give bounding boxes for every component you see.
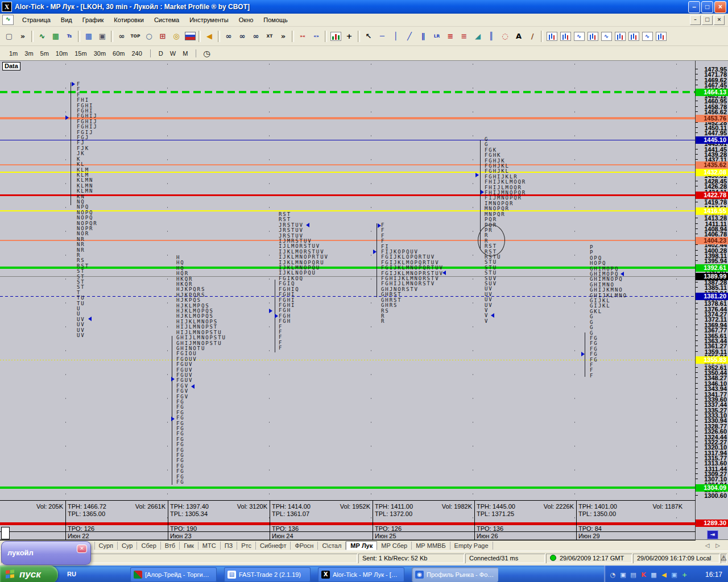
chart-type-profile-icon[interactable] — [654, 30, 668, 43]
tray-window-icon[interactable]: ▣ — [619, 571, 627, 579]
xt-news-icon[interactable]: XT — [263, 30, 276, 43]
mdi-close-button[interactable]: × — [714, 15, 725, 25]
chart-type-kagi-icon[interactable]: ∿ — [640, 30, 654, 43]
fib-levels-tool-icon[interactable]: ≡ — [457, 30, 471, 43]
market-watch-icon-2[interactable]: ∞ — [235, 30, 249, 43]
tray-network-icon[interactable]: ▤ — [629, 571, 638, 579]
pointer-tool-icon[interactable]: ↖ — [362, 30, 375, 43]
horizontal-line-tool-icon[interactable]: ─ — [375, 30, 389, 43]
timeframe-5m[interactable]: 5m — [37, 49, 52, 58]
menu-item-вид[interactable]: Вид — [56, 15, 77, 25]
popup-close-icon[interactable]: ✕ — [77, 544, 87, 553]
print-icon[interactable]: ▣ — [96, 30, 109, 43]
portfolio-tree-icon[interactable]: ⊞ — [156, 30, 169, 43]
tab-empty-page[interactable]: Empty Page — [450, 542, 493, 550]
taskbar-button-4[interactable]: ◉Профиль Рынка - Фо… — [412, 567, 498, 582]
tab-мр-лук[interactable]: МР Лук — [346, 541, 377, 550]
tray-volume-icon[interactable]: ◀ — [660, 571, 668, 579]
tab-мр-ммвб[interactable]: МР ММВБ — [412, 542, 450, 550]
menu-item-окно[interactable]: Окно — [234, 15, 259, 25]
timeframe-240[interactable]: 240 — [128, 49, 145, 58]
timeframe-15m[interactable]: 15m — [71, 49, 90, 58]
warning-icon[interactable]: ⚠ — [721, 554, 727, 563]
timeframe-D[interactable]: D — [155, 49, 167, 58]
close-button[interactable]: × — [714, 1, 726, 13]
tab-сбер[interactable]: Сбер — [137, 542, 160, 550]
top-list-icon[interactable]: TOP — [129, 30, 142, 43]
chart-type-line-icon[interactable]: ∿ — [572, 30, 586, 43]
timeframe-W[interactable]: W — [167, 49, 179, 58]
chart-type-renko-icon[interactable] — [627, 30, 640, 43]
tab-сибнефт[interactable]: Сибнефт — [256, 542, 291, 550]
search-icon[interactable]: ○ — [142, 30, 156, 43]
zoom-in-icon[interactable]: «» — [309, 30, 323, 43]
timeframe-30m[interactable]: 30m — [90, 49, 109, 58]
market-watch-icon-1[interactable]: ∞ — [222, 30, 235, 43]
fib-timezones-tool-icon[interactable]: ║ — [485, 30, 498, 43]
taskbar-button-1[interactable]: [Алор-Трейд - Торги… — [130, 567, 217, 582]
scroll-to-end-icon[interactable]: ⇥ — [707, 530, 718, 539]
tick-interval-clock-icon[interactable]: ◷ — [203, 49, 210, 58]
trend-line-tool-icon[interactable]: ╱ — [403, 30, 416, 43]
menu-item-система[interactable]: Система — [149, 15, 184, 25]
sound-alert-icon[interactable]: ◀ — [202, 30, 216, 43]
parallel-lines-tool-icon[interactable]: ∥ — [416, 30, 430, 43]
brush-tool-icon[interactable]: / — [526, 30, 539, 43]
new-page-icon[interactable]: ▢ — [2, 30, 16, 43]
tab-гмк[interactable]: Гмк — [180, 542, 198, 550]
language-indicator[interactable]: RU — [67, 571, 76, 577]
menu-item-график[interactable]: График — [77, 15, 109, 25]
menu-item-инструменты[interactable]: Инструменты — [184, 15, 234, 25]
tab-сурп[interactable]: Сурп — [95, 542, 118, 550]
tray-kaspersky-icon[interactable]: K — [639, 571, 648, 579]
flag-icon[interactable] — [183, 30, 197, 43]
tab-втб[interactable]: Втб — [161, 542, 180, 550]
crosshair-icon[interactable]: + — [342, 30, 356, 43]
data-table-icon[interactable]: ▦ — [82, 30, 96, 43]
tab-с-стал[interactable]: С\стал — [318, 542, 346, 550]
chart-type-xo-icon[interactable]: ∿ — [599, 30, 613, 43]
ellipse-annotation[interactable] — [478, 225, 505, 256]
taskbar-button-3[interactable]: XAlor-Tick - МР Лук - [… — [318, 567, 404, 582]
note-box[interactable] — [1, 527, 10, 539]
page-chart-icon[interactable]: ∿ — [2, 15, 14, 25]
tab-ртс[interactable]: Ртс — [237, 542, 256, 550]
tab-мтс[interactable]: МТС — [198, 542, 221, 550]
timeframe-1m[interactable]: 1m — [6, 49, 21, 58]
tray-shield-icon[interactable]: + — [680, 571, 689, 579]
menu-item-страница[interactable]: Страница — [17, 15, 56, 25]
regression-channel-tool-icon[interactable]: LR — [430, 30, 444, 43]
chart-type-step-icon[interactable] — [586, 30, 599, 43]
symbol-popup[interactable]: лукойл ✕ — [1, 541, 91, 565]
find-securities-icon[interactable]: ∞ — [115, 30, 129, 43]
new-chart-icon[interactable]: ∿ — [35, 30, 49, 43]
toolbar-overflow-2-icon[interactable]: » — [276, 30, 290, 43]
chart-type-candles-icon[interactable] — [559, 30, 572, 43]
vertical-line-tool-icon[interactable]: │ — [389, 30, 403, 43]
volume-histogram-icon[interactable] — [329, 30, 342, 43]
toolbar-overflow-icon[interactable]: » — [16, 30, 30, 43]
tray-app-icon[interactable]: ▦ — [650, 571, 658, 579]
tray-scheduler-icon[interactable]: ◔ — [609, 571, 617, 579]
tab-пз[interactable]: ПЗ — [221, 542, 238, 550]
mdi-restore-button[interactable]: □ — [702, 15, 713, 25]
taskbar-button-2[interactable]: ▤FAST-Trade 2 (2.1.19) — [224, 567, 311, 582]
tray-display-icon[interactable]: ▣ — [670, 571, 679, 579]
market-watch-icon-3[interactable]: ∞ — [249, 30, 263, 43]
tab-сур[interactable]: Сур — [118, 542, 137, 550]
tab-мр-сбер[interactable]: МР Сбер — [377, 542, 412, 550]
zoom-out-icon[interactable]: »« — [296, 30, 309, 43]
restore-button[interactable]: □ — [701, 1, 713, 13]
fib-retracement-tool-icon[interactable]: ≡ — [444, 30, 457, 43]
time-sales-icon[interactable]: Ts — [63, 30, 76, 43]
timeframe-60m[interactable]: 60m — [109, 49, 128, 58]
ellipse-tool-icon[interactable]: ◌ — [498, 30, 512, 43]
quote-board-icon[interactable]: ▦ — [49, 30, 63, 43]
tab-scroll-arrows[interactable]: ◁ ▷ — [705, 542, 725, 548]
minimize-button[interactable]: – — [688, 1, 700, 13]
timeframe-10m[interactable]: 10m — [52, 49, 71, 58]
money-icon[interactable]: ◎ — [169, 30, 183, 43]
chart-type-bars-icon[interactable] — [545, 30, 559, 43]
timeframe-3m[interactable]: 3m — [21, 49, 36, 58]
fan-lines-tool-icon[interactable]: ◢ — [471, 30, 485, 43]
